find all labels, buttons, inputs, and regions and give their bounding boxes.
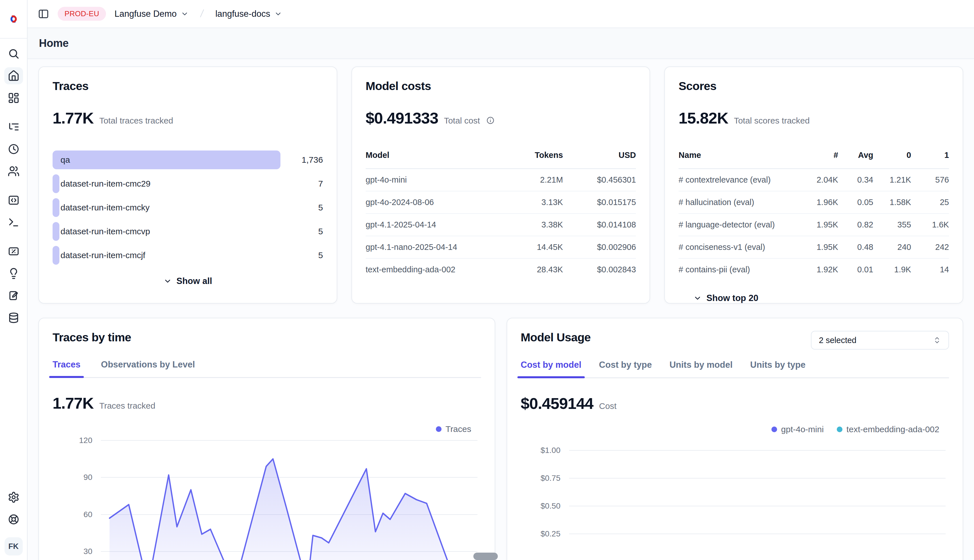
table-cell: 3.38K (490, 220, 563, 230)
bar-track: qa (53, 150, 281, 169)
table-cell: gpt-4o-mini (366, 175, 490, 185)
tab-cost-by-type[interactable]: Cost by type (599, 360, 652, 377)
table-row: text-embedding-ada-00228.43K$0.002843 (366, 259, 636, 280)
sidebar-group (0, 116, 27, 182)
evaluations-icon (4, 243, 23, 260)
model-usage-title: Model Usage (521, 331, 591, 344)
usage-chart-legend: gpt-4o-minitext-embedding-ada-002 (521, 425, 949, 434)
table-cell: 1.95K (797, 243, 838, 252)
horizontal-scrollbar-thumb[interactable] (473, 553, 498, 560)
table-cell: 0.82 (838, 220, 874, 230)
y-axis-label: 120 (53, 436, 92, 445)
y-axis-label: $0.75 (521, 474, 561, 483)
sidebar-nav (0, 38, 27, 329)
sidebar-item-search[interactable] (0, 43, 27, 65)
sidebar-item-home[interactable] (0, 65, 27, 87)
sidebar-item-playground[interactable] (0, 211, 27, 233)
search-icon (4, 45, 23, 62)
sidebar-item-sessions[interactable] (0, 138, 27, 160)
dashboard-content: Traces 1.77K Total traces tracked qa1,73… (28, 59, 974, 560)
tab-cost-by-model[interactable]: Cost by model (521, 360, 581, 377)
project-switcher[interactable]: langfuse-docs (216, 9, 282, 19)
topbar: PROD-EU Langfuse Demo langfuse-docs (28, 0, 974, 28)
table-cell: $0.015175 (563, 198, 636, 207)
table-cell: gpt-4.1-nano-2025-04-14 (366, 243, 490, 252)
scores-card: Scores 15.82K Total scores tracked Name#… (664, 67, 963, 303)
bar-value: 1,736 (281, 150, 323, 169)
table-cell: 14.45K (490, 243, 563, 252)
dashboards-icon (4, 90, 23, 107)
traces-by-time-chart: 120906030 (53, 436, 481, 560)
traces-total-metric: 1.77K (53, 109, 94, 127)
sidebar-item-support[interactable] (0, 508, 27, 530)
org-name: Langfuse Demo (115, 9, 177, 19)
model-usage-tabs: Cost by modelCost by typeUnits by modelU… (521, 360, 949, 378)
model-costs-table-body: gpt-4o-mini2.21M$0.456301gpt-4o-2024-08-… (366, 169, 636, 280)
sidebar-item-annotation[interactable] (0, 285, 27, 307)
traces-card: Traces 1.77K Total traces tracked qa1,73… (38, 67, 337, 303)
table-cell: # contains-pii (eval) (678, 265, 797, 274)
sidebar-item-users[interactable] (0, 160, 27, 182)
sidebar-item-dashboards[interactable] (0, 87, 27, 109)
model-select[interactable]: 2 selected (811, 331, 949, 350)
breadcrumb-separator (197, 8, 207, 19)
table-cell: text-embedding-ada-002 (366, 265, 490, 274)
sidebar-item-tracing[interactable] (0, 116, 27, 138)
table-cell: 1.6K (911, 220, 949, 230)
show-all-button[interactable]: Show all (164, 276, 212, 286)
traces-bar-list: qa1,736dataset-run-item-cmc297dataset-ru… (53, 150, 323, 265)
sidebar: FK (0, 0, 28, 560)
table-row: # contains-pii (eval)1.92K0.011.9K14 (678, 259, 949, 280)
chart-plot-area (101, 436, 478, 560)
trace-bar-row: dataset-run-item-cmcky5 (53, 198, 323, 217)
bar-label: dataset-run-item-cmc29 (60, 179, 150, 188)
tab-traces[interactable]: Traces (53, 360, 80, 377)
app-root: FK PROD-EU Langfuse Demo langfuse-docs H… (0, 0, 974, 560)
sidebar-item-evaluations[interactable] (0, 240, 27, 262)
chevron-down-icon (181, 10, 189, 18)
tab-observations-by-level[interactable]: Observations by Level (101, 360, 195, 377)
annotation-icon (4, 287, 23, 304)
tab-units-by-model[interactable]: Units by model (670, 360, 732, 377)
tracing-icon (4, 118, 23, 135)
table-cell: gpt-4o-2024-08-06 (366, 198, 490, 207)
bar-fill (53, 246, 59, 265)
bar-track: dataset-run-item-cmcky (53, 198, 281, 217)
model-costs-table-header: ModelTokensUSD (366, 150, 636, 169)
langfuse-logo[interactable] (0, 0, 27, 38)
home-icon (4, 67, 23, 84)
project-name: langfuse-docs (216, 9, 270, 19)
info-icon[interactable] (486, 116, 495, 125)
bar-label: dataset-run-item-cmcky (60, 203, 149, 212)
sidebar-item-datasets[interactable] (0, 307, 27, 329)
column-header: 0 (873, 150, 911, 160)
traces-card-title: Traces (53, 80, 323, 93)
traces-by-time-title: Traces by time (53, 331, 481, 344)
sidebar-toggle-button[interactable] (38, 8, 49, 20)
table-cell: $0.456301 (563, 175, 636, 185)
sessions-icon (4, 140, 23, 158)
insights-icon (4, 265, 23, 282)
bar-value: 5 (281, 222, 323, 241)
table-cell: 1.58K (873, 198, 911, 207)
table-cell: # conciseness-v1 (eval) (678, 243, 797, 252)
bar-fill (53, 198, 59, 217)
sidebar-item-settings[interactable] (0, 486, 27, 508)
column-header: Tokens (490, 150, 563, 160)
tab-units-by-type[interactable]: Units by type (750, 360, 805, 377)
environment-badge: PROD-EU (58, 7, 106, 21)
scores-table: Name#Avg01 # contextrelevance (eval)2.04… (678, 150, 949, 280)
table-cell: # hallucination (eval) (678, 198, 797, 207)
org-switcher[interactable]: Langfuse Demo (115, 9, 189, 19)
sidebar-item-insights[interactable] (0, 262, 27, 285)
user-avatar[interactable]: FK (5, 537, 23, 555)
sidebar-group (0, 240, 27, 329)
page-header: Home (28, 28, 974, 59)
column-header: Model (366, 150, 490, 160)
sidebar-item-prompts[interactable] (0, 189, 27, 211)
scores-card-title: Scores (678, 80, 949, 93)
show-top-20-button[interactable]: Show top 20 (693, 293, 758, 303)
column-header: 1 (911, 150, 949, 160)
legend-dot-icon (436, 426, 441, 432)
model-usage-card: Model Usage 2 selected Cost by modelCost… (506, 318, 964, 560)
